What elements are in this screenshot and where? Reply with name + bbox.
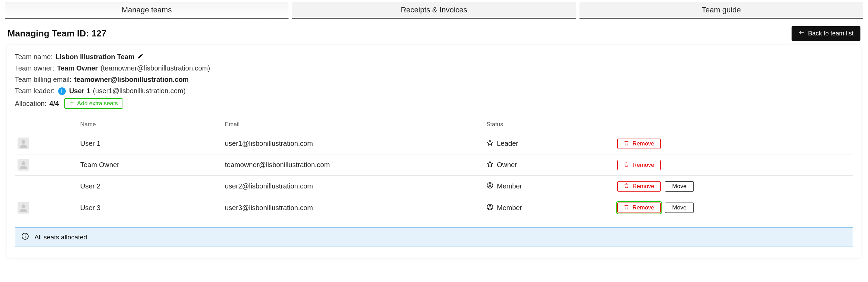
team-leader-name: User 1 (69, 87, 90, 95)
tab-manage-teams[interactable]: Manage teams (5, 2, 289, 19)
col-status: Status (487, 121, 617, 128)
team-card: Team name: Lisbon Illustration Team Team… (7, 45, 861, 258)
avatar (18, 202, 29, 214)
user-circle-icon (487, 182, 493, 191)
remove-button[interactable]: Remove (617, 181, 661, 192)
add-extra-seats-label: Add extra seats (77, 100, 118, 107)
allocation-value: 4/4 (49, 100, 59, 108)
remove-button-label: Remove (632, 162, 654, 169)
team-leader-label: Team leader: (15, 87, 55, 95)
trash-icon (624, 204, 629, 211)
member-status: Member (497, 204, 522, 212)
member-status: Leader (497, 140, 518, 148)
remove-button-label: Remove (632, 204, 654, 211)
team-owner-name: Team Owner (57, 64, 98, 72)
table-row: User 2user2@lisbonillustration.comMember… (15, 176, 853, 197)
billing-email-value: teamowner@lisbonillustration.com (74, 76, 189, 84)
svg-marker-4 (487, 140, 493, 146)
table-header: Name Email Status (15, 117, 853, 133)
back-button-label: Back to team list (808, 30, 854, 37)
back-to-team-list-button[interactable]: Back to team list (792, 26, 860, 41)
tabs: Manage teams Receipts & Invoices Team gu… (5, 2, 863, 19)
member-name: User 2 (80, 182, 225, 190)
remove-button[interactable]: Remove (617, 203, 661, 213)
edit-team-name-icon[interactable] (137, 53, 144, 61)
billing-email-label: Team billing email: (15, 76, 72, 84)
svg-point-8 (489, 184, 491, 185)
avatar (18, 159, 29, 171)
table-row: User 3user3@lisbonillustration.comMember… (15, 197, 853, 218)
remove-button[interactable]: Remove (617, 160, 661, 170)
svg-point-11 (489, 205, 491, 207)
team-name-value: Lisbon Illustration Team (55, 53, 135, 61)
table-row: User 1user1@lisbonillustration.comLeader… (15, 133, 853, 154)
allocation-label: Allocation: (15, 100, 46, 108)
tab-team-guide[interactable]: Team guide (579, 2, 863, 19)
svg-point-9 (22, 204, 25, 208)
member-name: User 3 (80, 204, 225, 212)
members-table: Name Email Status User 1user1@lisbonillu… (15, 117, 853, 218)
trash-icon (624, 140, 629, 147)
table-row: Team Ownerteamowner@lisbonillustration.c… (15, 154, 853, 176)
plus-icon (70, 100, 74, 107)
info-icon[interactable]: i (58, 87, 66, 95)
member-status: Owner (497, 161, 517, 169)
col-email: Email (225, 121, 487, 128)
remove-button-label: Remove (632, 183, 654, 190)
member-email: teamowner@lisbonillustration.com (225, 161, 487, 169)
member-email: user2@lisbonillustration.com (225, 182, 487, 190)
member-status: Member (497, 182, 522, 190)
star-icon (487, 139, 493, 148)
member-name: User 1 (80, 140, 225, 148)
member-email: user3@lisbonillustration.com (225, 204, 487, 212)
svg-point-5 (22, 161, 25, 165)
page-title: Managing Team ID: 127 (8, 28, 106, 39)
svg-point-14 (25, 234, 25, 235)
team-leader-email: (user1@lisbonillustration.com) (93, 87, 186, 95)
trash-icon (624, 183, 629, 190)
svg-marker-6 (487, 161, 493, 167)
move-button[interactable]: Move (665, 203, 694, 213)
member-name: Team Owner (80, 161, 225, 169)
col-name: Name (80, 121, 225, 128)
trash-icon (624, 162, 629, 169)
arrow-left-icon (798, 30, 805, 37)
tab-receipts-invoices[interactable]: Receipts & Invoices (292, 2, 576, 19)
team-owner-label: Team owner: (15, 64, 54, 72)
avatar (18, 138, 29, 149)
remove-button[interactable]: Remove (617, 139, 661, 149)
allocation-alert: All seats allocated. (15, 227, 853, 247)
star-icon (487, 161, 493, 169)
add-extra-seats-button[interactable]: Add extra seats (64, 98, 123, 109)
user-circle-icon (487, 204, 493, 212)
alert-text: All seats allocated. (34, 234, 89, 241)
member-email: user1@lisbonillustration.com (225, 140, 487, 148)
svg-point-3 (22, 140, 25, 144)
team-owner-email: (teamowner@lisbonillustration.com) (101, 64, 210, 72)
remove-button-label: Remove (632, 140, 654, 147)
info-circle-icon (21, 232, 29, 242)
team-name-label: Team name: (15, 53, 53, 61)
move-button[interactable]: Move (665, 181, 694, 192)
